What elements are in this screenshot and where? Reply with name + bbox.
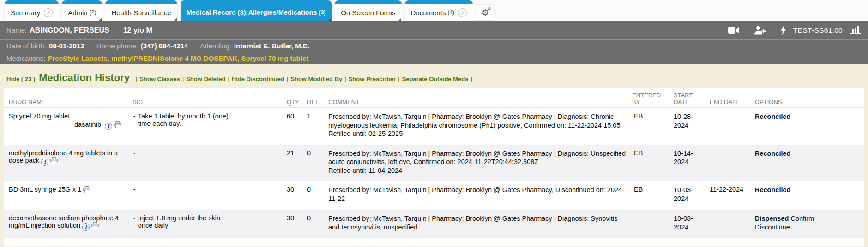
comment-text: Prescribed by: McTavish, Tarquin | Pharm… xyxy=(328,186,627,203)
tab-label: On Screen Forms xyxy=(341,9,395,17)
medications-list: FreeStyle Lancets, methylPREDNISolone 4 … xyxy=(48,54,308,62)
column-header-start-date[interactable]: START DATE xyxy=(674,92,693,106)
tab-health-surveillance[interactable]: Health Surveillance xyxy=(105,0,177,21)
print-icon[interactable] xyxy=(50,157,58,165)
refills-value: 0 xyxy=(304,210,326,238)
separator: | xyxy=(287,76,288,82)
video-camera-icon[interactable] xyxy=(728,26,740,34)
dob-value: 09-01-2012 xyxy=(49,42,84,50)
dob-label: Date of birth: xyxy=(6,42,46,50)
sig-text: Inject 1.8 mg under the skin once daily xyxy=(138,214,236,229)
tab-count: (2) xyxy=(90,9,96,16)
separator: | xyxy=(344,76,346,82)
column-header-entered-by[interactable]: ENTERED BY xyxy=(632,92,661,106)
start-date-value: 10-03-2024 xyxy=(671,210,707,238)
tab-count: (3) xyxy=(319,9,326,16)
comment-text: Prescribed by: McTavish, Tarquin | Pharm… xyxy=(328,149,627,166)
column-header-ref[interactable]: REF. xyxy=(307,99,320,106)
sig-bullet: • xyxy=(133,150,135,156)
lightning-bolt-icon[interactable] xyxy=(780,25,786,35)
column-header-drug-name[interactable]: DRUG NAME xyxy=(9,99,45,106)
link-show-classes[interactable]: Show Classes xyxy=(139,76,180,82)
tab-summary[interactable]: Summary ↗ xyxy=(5,0,59,21)
open-in-new-icon: ↗ xyxy=(458,8,467,17)
medications-label: Medications: xyxy=(6,54,45,62)
drug-name: BD 3mL syringe 25G x 1 xyxy=(9,186,81,193)
tab-label: Health Surveillance xyxy=(111,9,171,17)
column-header-comment[interactable]: COMMENT xyxy=(328,99,359,106)
separator: | xyxy=(182,76,184,82)
refilled-until-text: Refilled until: 02-25-2025 xyxy=(328,129,627,138)
link-hide-discontinued[interactable]: Hide Discontinued xyxy=(232,76,284,82)
open-in-new-icon: ↗ xyxy=(44,8,53,17)
tab-admin[interactable]: Admin (2) xyxy=(62,0,102,21)
bar-chart-icon[interactable] xyxy=(850,25,862,35)
print-icon[interactable] xyxy=(83,186,90,194)
column-header-options: OPTIONS xyxy=(755,99,782,106)
account-code: TEST-SS61.00 xyxy=(793,26,843,35)
end-date-value xyxy=(707,145,752,182)
link-show-deleted[interactable]: Show Deleted xyxy=(186,76,225,82)
option-status: Reconciled xyxy=(755,186,790,194)
home-phone-value: (347) 684-4214 xyxy=(141,42,188,50)
dropdown-corner-icon xyxy=(99,18,102,21)
end-date-value: 11-22-2024 xyxy=(707,181,752,210)
entered-by-value: IEB xyxy=(629,181,671,210)
start-date-value: 10-03-2024 xyxy=(671,181,707,210)
dropdown-corner-icon xyxy=(328,18,331,21)
medications-bar: Medications: FreeStyle Lancets, methylPR… xyxy=(0,52,868,64)
option-status: Reconciled xyxy=(755,113,790,120)
attending-label: Attending: xyxy=(200,42,231,50)
refills-value: 0 xyxy=(304,145,326,182)
sig-text: Take 1 tablet by mouth 1 (one) time each… xyxy=(138,112,236,127)
print-icon[interactable] xyxy=(114,121,121,129)
entered-by-value xyxy=(629,210,671,238)
entered-by-value: IEB xyxy=(629,108,671,145)
separator: | xyxy=(228,76,229,82)
refills-value: 1 xyxy=(304,108,326,145)
tab-label: Documents xyxy=(411,9,446,17)
sig-bullet: • xyxy=(133,113,135,127)
link-separate-outside-meds[interactable]: Separate Outside Meds xyxy=(402,76,469,82)
tab-on-screen-forms[interactable]: On Screen Forms xyxy=(335,0,401,21)
refills-value: 0 xyxy=(304,181,326,210)
column-header-end-date[interactable]: END DATE xyxy=(710,99,740,106)
drug-info-icon[interactable]: i xyxy=(105,123,112,130)
tab-count: (4) xyxy=(447,9,454,16)
start-date-value: 10-14-2024 xyxy=(671,145,707,182)
end-date-value xyxy=(707,108,752,145)
divider xyxy=(747,25,747,35)
table-row: BD 3mL syringe 25G x 1 • 30 0 Prescribed… xyxy=(4,181,864,210)
tab-documents[interactable]: Documents (4) ↗ xyxy=(405,0,473,21)
tab-medical-record-3-allergies-medications[interactable]: Medical Record (3):Allergies/Medications… xyxy=(181,0,332,21)
drug-info-icon[interactable]: i xyxy=(82,223,90,231)
patient-name-bar: Name: ABINGDON, PERSEUS 12 y/o M TEST-SS… xyxy=(0,21,868,39)
column-header-sig[interactable]: SIG xyxy=(133,99,143,106)
page-title: Medication History xyxy=(39,72,130,84)
qty-value: 60 xyxy=(284,108,304,145)
qty-value: 30 xyxy=(284,210,304,238)
dropdown-corner-icon xyxy=(398,18,401,21)
sig-bullet: • xyxy=(133,187,135,192)
settings-button[interactable]: ⚙ ⚙ xyxy=(476,5,494,20)
option-status: Dispensed xyxy=(755,215,789,222)
person-add-icon[interactable] xyxy=(754,26,766,35)
option-status: Reconciled xyxy=(755,150,790,157)
qty-value: 30 xyxy=(284,181,304,210)
tab-bar: Summary ↗ Admin (2) Health Surveillance … xyxy=(0,0,868,21)
column-header-qty[interactable]: QTY xyxy=(287,99,299,106)
table-row: Sprycel 70 mg tablet dasatinib i • Take … xyxy=(4,108,864,145)
generic-name: dasatinib xyxy=(74,121,101,128)
gears-icon-small: ⚙ xyxy=(487,6,491,11)
link-show-prescriber[interactable]: Show Prescriber xyxy=(349,76,396,82)
print-icon[interactable] xyxy=(91,222,99,230)
drug-info-icon[interactable]: i xyxy=(41,159,48,166)
drug-name: methylprednisolone 4 mg tablets in a dos… xyxy=(9,149,118,164)
hide-count-link[interactable]: Hide ( 23 ) xyxy=(6,76,35,82)
divider xyxy=(773,25,773,35)
link-show-modified-by[interactable]: Show Modified By xyxy=(290,76,342,82)
medication-table: DRUG NAMESIGQTYREF.COMMENTENTERED BYSTAR… xyxy=(4,88,864,238)
tab-label: Summary xyxy=(11,9,40,17)
name-label: Name: xyxy=(6,26,27,34)
table-row: dexamethasone sodium phosphate 4 mg/mL i… xyxy=(4,210,864,238)
